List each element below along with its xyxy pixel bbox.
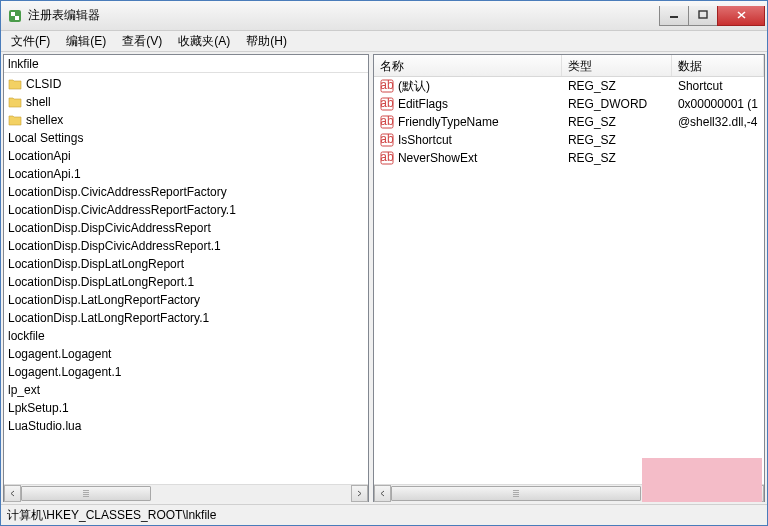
tree-item-label: LocationDisp.DispCivicAddressReport.1 bbox=[8, 239, 221, 253]
svg-text:ab: ab bbox=[380, 133, 394, 146]
scroll-left-button[interactable] bbox=[374, 485, 391, 502]
tree-item[interactable]: LocationDisp.DispLatLongReport.1 bbox=[8, 273, 368, 291]
maximize-icon bbox=[698, 10, 708, 20]
cell-name: abIsShortcut bbox=[374, 133, 562, 147]
string-value-icon: ab bbox=[380, 79, 394, 93]
status-path: 计算机\HKEY_CLASSES_ROOT\lnkfile bbox=[7, 507, 216, 524]
menubar: 文件(F)编辑(E)查看(V)收藏夹(A)帮助(H) bbox=[1, 31, 767, 52]
tree-item-label: LocationDisp.DispCivicAddressReport bbox=[8, 221, 211, 235]
menu-item-3[interactable]: 收藏夹(A) bbox=[170, 31, 238, 52]
menu-item-1[interactable]: 编辑(E) bbox=[58, 31, 114, 52]
scroll-thumb[interactable] bbox=[391, 486, 641, 501]
scroll-left-button[interactable] bbox=[4, 485, 21, 502]
column-header-name[interactable]: 名称 bbox=[374, 55, 562, 76]
value-name: FriendlyTypeName bbox=[398, 115, 499, 129]
list-header: 名称 类型 数据 bbox=[374, 55, 764, 77]
maximize-button[interactable] bbox=[688, 6, 718, 26]
string-value-icon: ab bbox=[380, 133, 394, 147]
close-icon bbox=[736, 10, 747, 20]
cell-data: @shell32.dll,-4 bbox=[672, 115, 764, 129]
tree-item[interactable]: LocationDisp.CivicAddressReportFactory bbox=[8, 183, 368, 201]
tree-item-label: LuaStudio.lua bbox=[8, 419, 81, 433]
cell-data: 0x00000001 (1 bbox=[672, 97, 764, 111]
window-buttons bbox=[660, 6, 765, 26]
tree-item-label: LocationDisp.CivicAddressReportFactory.1 bbox=[8, 203, 236, 217]
svg-rect-3 bbox=[670, 16, 678, 18]
scroll-thumb[interactable] bbox=[21, 486, 151, 501]
tree-item-label: LocationDisp.DispLatLongReport.1 bbox=[8, 275, 194, 289]
menu-item-2[interactable]: 查看(V) bbox=[114, 31, 170, 52]
value-name: IsShortcut bbox=[398, 133, 452, 147]
cell-type: REG_SZ bbox=[562, 133, 672, 147]
list-row[interactable]: ab(默认)REG_SZShortcut bbox=[374, 77, 764, 95]
tree-item[interactable]: LocationDisp.DispCivicAddressReport.1 bbox=[8, 237, 368, 255]
close-button[interactable] bbox=[717, 6, 765, 26]
tree-item[interactable]: LocationDisp.DispCivicAddressReport bbox=[8, 219, 368, 237]
tree-item-label: LpkSetup.1 bbox=[8, 401, 69, 415]
cell-name: ab(默认) bbox=[374, 78, 562, 95]
tree-item[interactable]: LocationApi.1 bbox=[8, 165, 368, 183]
list-row[interactable]: abFriendlyTypeNameREG_SZ@shell32.dll,-4 bbox=[374, 113, 764, 131]
values-pane: 名称 类型 数据 ab(默认)REG_SZShortcutabEditFlags… bbox=[373, 54, 765, 502]
tree-item-label: LocationApi.1 bbox=[8, 167, 81, 181]
tree-header[interactable]: lnkfile bbox=[4, 55, 368, 73]
value-name: NeverShowExt bbox=[398, 151, 477, 165]
cell-type: REG_SZ bbox=[562, 79, 672, 93]
app-icon bbox=[7, 8, 23, 24]
tree-item[interactable]: lp_ext bbox=[8, 381, 368, 399]
tree-item-label: shellex bbox=[26, 113, 63, 127]
svg-rect-2 bbox=[15, 16, 19, 20]
tree-item[interactable]: Logagent.Logagent bbox=[8, 345, 368, 363]
window-title: 注册表编辑器 bbox=[28, 7, 100, 24]
tree-item-label: shell bbox=[26, 95, 51, 109]
folder-icon bbox=[8, 78, 22, 90]
tree-item-label: lp_ext bbox=[8, 383, 40, 397]
tree-item[interactable]: CLSID bbox=[8, 75, 368, 93]
svg-rect-1 bbox=[11, 12, 15, 16]
tree-body[interactable]: CLSIDshellshellexLocal SettingsLocationA… bbox=[4, 73, 368, 484]
tree-item[interactable]: shellex bbox=[8, 111, 368, 129]
minimize-button[interactable] bbox=[659, 6, 689, 26]
cell-name: abEditFlags bbox=[374, 97, 562, 111]
column-header-data[interactable]: 数据 bbox=[672, 55, 764, 76]
tree-item[interactable]: lockfile bbox=[8, 327, 368, 345]
list-row[interactable]: abIsShortcutREG_SZ bbox=[374, 131, 764, 149]
value-name: EditFlags bbox=[398, 97, 448, 111]
column-header-type[interactable]: 类型 bbox=[562, 55, 672, 76]
cell-data: Shortcut bbox=[672, 79, 764, 93]
list-row[interactable]: abNeverShowExtREG_SZ bbox=[374, 149, 764, 167]
tree-item[interactable]: LpkSetup.1 bbox=[8, 399, 368, 417]
minimize-icon bbox=[669, 10, 679, 20]
tree-item[interactable]: LuaStudio.lua bbox=[8, 417, 368, 435]
titlebar-left: 注册表编辑器 bbox=[7, 7, 100, 24]
app-window: 注册表编辑器 文件(F)编辑(E)查看(V)收藏夹(A)帮助(H) lnkfil… bbox=[0, 0, 768, 526]
content-area: lnkfile CLSIDshellshellexLocal SettingsL… bbox=[1, 52, 767, 504]
tree-item[interactable]: Logagent.Logagent.1 bbox=[8, 363, 368, 381]
tree-item[interactable]: Local Settings bbox=[8, 129, 368, 147]
tree-item-label: Logagent.Logagent.1 bbox=[8, 365, 121, 379]
tree-item[interactable]: LocationDisp.LatLongReportFactory bbox=[8, 291, 368, 309]
tree-item-label: LocationApi bbox=[8, 149, 71, 163]
list-row[interactable]: abEditFlagsREG_DWORD0x00000001 (1 bbox=[374, 95, 764, 113]
tree-item[interactable]: shell bbox=[8, 93, 368, 111]
scroll-right-button[interactable] bbox=[351, 485, 368, 502]
tree-item-label: Logagent.Logagent bbox=[8, 347, 111, 361]
titlebar[interactable]: 注册表编辑器 bbox=[1, 1, 767, 31]
chevron-left-icon bbox=[379, 490, 386, 497]
menu-item-0[interactable]: 文件(F) bbox=[3, 31, 58, 52]
list-body[interactable]: ab(默认)REG_SZShortcutabEditFlagsREG_DWORD… bbox=[374, 77, 764, 484]
svg-rect-4 bbox=[699, 11, 707, 18]
tree-item-label: LocationDisp.CivicAddressReportFactory bbox=[8, 185, 227, 199]
scroll-track[interactable] bbox=[21, 485, 351, 502]
tree-item[interactable]: LocationDisp.CivicAddressReportFactory.1 bbox=[8, 201, 368, 219]
string-value-icon: ab bbox=[380, 151, 394, 165]
string-value-icon: ab bbox=[380, 115, 394, 129]
menu-item-4[interactable]: 帮助(H) bbox=[238, 31, 295, 52]
folder-icon bbox=[8, 114, 22, 126]
cell-name: abFriendlyTypeName bbox=[374, 115, 562, 129]
tree-item[interactable]: LocationDisp.LatLongReportFactory.1 bbox=[8, 309, 368, 327]
cell-type: REG_DWORD bbox=[562, 97, 672, 111]
tree-hscroll[interactable] bbox=[4, 484, 368, 501]
tree-item[interactable]: LocationApi bbox=[8, 147, 368, 165]
tree-item[interactable]: LocationDisp.DispLatLongReport bbox=[8, 255, 368, 273]
